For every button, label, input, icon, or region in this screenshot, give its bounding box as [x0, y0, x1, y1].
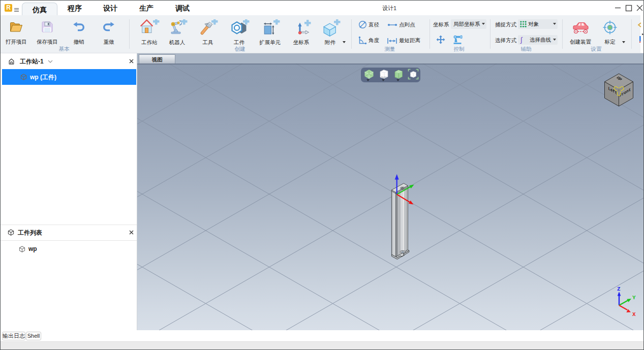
svg-text:X: X — [632, 311, 636, 317]
svg-text:Solid: Solid — [381, 76, 387, 79]
svg-text:Z: Z — [617, 286, 621, 292]
svg-text:Y: Y — [632, 295, 636, 301]
